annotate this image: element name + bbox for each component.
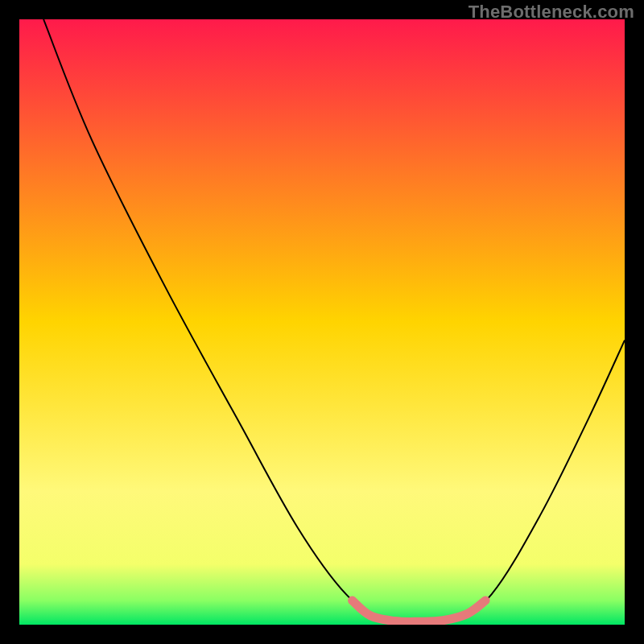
chart-frame: TheBottleneck.com bbox=[0, 0, 644, 644]
watermark-text: TheBottleneck.com bbox=[469, 2, 634, 23]
chart-svg bbox=[19, 19, 625, 625]
gradient-background bbox=[19, 19, 625, 625]
plot-area bbox=[19, 19, 625, 625]
